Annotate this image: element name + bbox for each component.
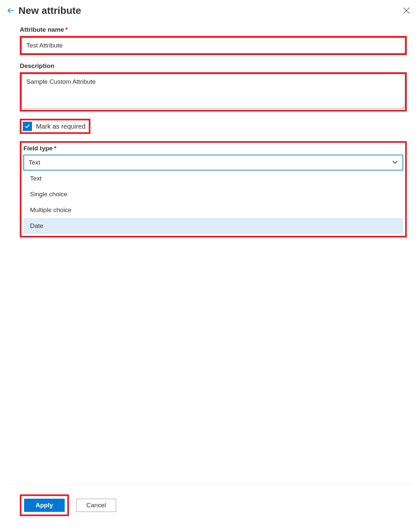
field-type-dropdown: Text Single choice Multiple choice Date	[23, 171, 403, 234]
cancel-button[interactable]: Cancel	[76, 499, 116, 512]
mark-required-checkbox[interactable]	[23, 122, 32, 131]
field-type-option-text[interactable]: Text	[23, 171, 403, 186]
field-type-option-date[interactable]: Date	[23, 218, 403, 234]
dialog-footer: Apply Cancel	[7, 484, 413, 526]
mark-required-label: Mark as required	[36, 123, 85, 130]
dialog-header: New attribute	[7, 5, 413, 16]
field-type-selected-value: Text	[29, 159, 392, 166]
chevron-down-icon	[392, 160, 398, 166]
back-icon[interactable]	[7, 7, 15, 15]
attribute-name-input[interactable]	[21, 38, 405, 53]
field-type-group: Field type* Text Text Single choice Mult…	[20, 141, 407, 237]
field-type-label: Field type*	[23, 145, 403, 152]
description-input[interactable]	[21, 74, 405, 109]
field-type-option-single-choice[interactable]: Single choice	[23, 186, 403, 202]
description-label: Description	[20, 62, 407, 70]
close-icon[interactable]	[403, 7, 410, 14]
apply-button[interactable]: Apply	[24, 499, 65, 512]
attribute-name-label: Attribute name*	[20, 26, 407, 33]
attribute-name-group: Attribute name*	[20, 26, 407, 55]
required-star-icon: *	[65, 26, 68, 33]
field-type-option-multiple-choice[interactable]: Multiple choice	[23, 202, 403, 218]
mark-required-group: Mark as required	[20, 119, 407, 134]
page-title: New attribute	[18, 5, 81, 16]
required-star-icon: *	[54, 145, 56, 152]
field-type-select[interactable]: Text	[23, 155, 403, 171]
description-group: Description	[20, 62, 407, 111]
